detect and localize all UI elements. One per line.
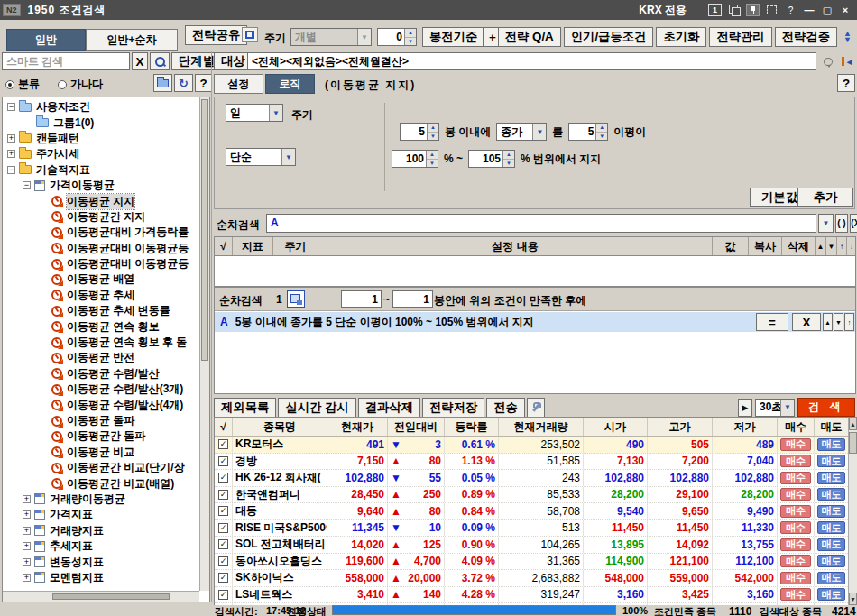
- tree-item[interactable]: 이동평균 돌파: [4, 413, 198, 428]
- cycle-select[interactable]: 개별▼: [290, 28, 372, 46]
- tree-item[interactable]: +추세지표: [4, 538, 198, 554]
- spin-down-icon[interactable]: ▼: [503, 160, 514, 168]
- buy-button[interactable]: 매수: [780, 572, 811, 584]
- sell-button[interactable]: 매도: [817, 572, 845, 584]
- buy-button[interactable]: 매수: [780, 438, 811, 451]
- remove-parentheses-button[interactable]: (X): [850, 214, 857, 233]
- results-row[interactable]: ✓HK 26-12 회사채(102,880▼550.05 %243102,880…: [215, 470, 848, 487]
- sell-button[interactable]: 매도: [817, 521, 845, 534]
- scroll-up-icon[interactable]: ▲: [849, 418, 857, 430]
- from-bars-input[interactable]: 1: [341, 290, 382, 308]
- sell-button[interactable]: 매도: [817, 472, 845, 484]
- buy-button[interactable]: 매수: [780, 505, 811, 518]
- to-bars-input[interactable]: 1: [392, 290, 433, 308]
- spin-up-icon[interactable]: ▲: [405, 29, 416, 38]
- send-button[interactable]: 전송: [486, 398, 525, 418]
- tab-general[interactable]: 일반: [6, 29, 86, 51]
- tree-help-button[interactable]: ?: [195, 74, 212, 92]
- tree-item[interactable]: +거래량이동평균: [4, 492, 198, 507]
- ma-stepper[interactable]: 5▲▼: [568, 123, 608, 141]
- row-checkbox[interactable]: ✓: [215, 554, 233, 570]
- scrollbar-thumb[interactable]: [201, 99, 208, 361]
- buy-button[interactable]: 매수: [780, 588, 811, 601]
- tree-item[interactable]: 이동평균 수렴/발산: [4, 366, 198, 382]
- tree-item[interactable]: +거래량지표: [4, 523, 198, 538]
- tree-item[interactable]: 이동평균 연속 횡보: [4, 318, 198, 334]
- tree-item[interactable]: 이동평균간 돌파: [4, 428, 198, 444]
- tree-expander-icon[interactable]: −: [7, 103, 15, 111]
- spin-up-icon[interactable]: ▲: [503, 151, 514, 160]
- tab-logic[interactable]: 로직: [265, 74, 315, 94]
- reset-button[interactable]: 초기화: [656, 27, 706, 47]
- results-header-cell[interactable]: 매도: [815, 418, 849, 436]
- save-strategy-button[interactable]: 전략저장: [422, 398, 484, 418]
- row-checkbox[interactable]: ✓: [215, 537, 233, 553]
- tree-item[interactable]: 이동평균대비 이동평균등: [4, 256, 198, 271]
- results-header-cell[interactable]: 저가: [713, 418, 778, 436]
- sell-button[interactable]: 매도: [817, 538, 845, 551]
- dock-left-icon[interactable]: ◄: [840, 52, 855, 70]
- add-condition-button[interactable]: 추가: [797, 188, 853, 207]
- arrow-up-icon[interactable]: ↑: [844, 313, 854, 331]
- expression-dropdown-button[interactable]: ▼: [818, 214, 834, 233]
- exclude-list-button[interactable]: 제외목록: [214, 398, 276, 418]
- alphabetical-radio[interactable]: 가나다: [58, 77, 103, 92]
- open-folder-button[interactable]: [153, 74, 172, 92]
- indicator-header-cell[interactable]: ▼: [826, 237, 837, 255]
- spin-down-icon[interactable]: ▼: [596, 133, 607, 141]
- spin-down-icon[interactable]: ▼: [428, 133, 438, 141]
- tree-item[interactable]: −가격이동평균: [4, 178, 198, 193]
- tree-horizontal-scrollbar[interactable]: [3, 591, 199, 602]
- tree-item[interactable]: −기술적지표: [4, 162, 198, 178]
- equals-button[interactable]: =: [756, 313, 788, 331]
- bar-offset-stepper[interactable]: 0 ▲▼: [377, 28, 417, 46]
- tree-expander-icon[interactable]: −: [7, 166, 15, 174]
- buy-button[interactable]: 매수: [780, 521, 811, 534]
- move-down-icon[interactable]: ▼: [834, 313, 843, 331]
- strategy-qa-button[interactable]: 전략 Q/A: [498, 27, 561, 47]
- scrollbar-thumb[interactable]: [849, 432, 857, 454]
- sell-button[interactable]: 매도: [817, 488, 845, 501]
- target-field[interactable]: <전체><제외없음><전체월결산>: [247, 52, 816, 70]
- buy-button[interactable]: 매수: [780, 555, 811, 567]
- range-from-stepper[interactable]: 100▲▼: [392, 150, 438, 168]
- sell-button[interactable]: 매도: [817, 555, 845, 567]
- chart-icon[interactable]: [242, 27, 258, 42]
- spin-down-icon[interactable]: ▼: [405, 38, 416, 46]
- parentheses-button[interactable]: ( ): [835, 214, 848, 233]
- results-row[interactable]: ✓동아쏘시오홀딩스119,600▲4,7004.09 %31,365114,90…: [215, 554, 848, 571]
- price-type-select[interactable]: 종가▼: [496, 123, 547, 141]
- results-header-cell[interactable]: 전일대비: [388, 418, 445, 436]
- results-row[interactable]: ✓경방7,150▲801.13 %51,5857,1307,2007,040매수…: [215, 454, 848, 471]
- row-checkbox[interactable]: ✓: [215, 437, 233, 453]
- row-checkbox[interactable]: ✓: [215, 503, 233, 519]
- lookup-icon[interactable]: [820, 53, 836, 69]
- results-header-cell[interactable]: 종목명: [233, 418, 327, 436]
- tree-expander-icon[interactable]: +: [23, 558, 31, 566]
- tab-settings[interactable]: 설정: [214, 74, 263, 94]
- smart-search-input[interactable]: [2, 52, 130, 70]
- results-row[interactable]: ✓한국앤컴퍼니28,450▲2500.89 %85,53328,20029,10…: [215, 487, 848, 504]
- tree-item[interactable]: 이동평균 반전: [4, 350, 198, 365]
- scrollbar-thumb[interactable]: [52, 593, 170, 600]
- tree-item[interactable]: +주가시세: [4, 146, 198, 161]
- results-row[interactable]: ✓대동9,640▲800.84 %58,7089,5409,6509,490매수…: [215, 503, 848, 520]
- tree-item[interactable]: 이동평균 지지: [4, 193, 198, 208]
- tree-item[interactable]: +모멘텀지표: [4, 570, 198, 585]
- panel-help-button[interactable]: ?: [837, 74, 855, 92]
- refresh-button[interactable]: ↻: [174, 74, 193, 92]
- tree-item[interactable]: 이동평균 추세 변동률: [4, 303, 198, 318]
- classify-radio[interactable]: 분류: [5, 77, 40, 92]
- results-row[interactable]: ✓SOL 전고체배터리14,020▲1250.90 %104,26513,895…: [215, 537, 848, 554]
- spin-up-icon[interactable]: ▲: [427, 151, 438, 160]
- tree-item[interactable]: 이동평균 배열: [4, 271, 198, 287]
- interval-select[interactable]: 30초▼: [755, 399, 795, 417]
- results-row[interactable]: ✓RISE 미국S&P500엔11,345▼100.09 %51311,4501…: [215, 520, 848, 538]
- screen-number-icon[interactable]: 1: [708, 4, 722, 16]
- tree-item[interactable]: +변동성지표: [4, 554, 198, 569]
- tree-item[interactable]: +캔들패턴: [4, 131, 198, 146]
- strategy-manage-button[interactable]: 전략관리: [709, 27, 771, 47]
- range-to-stepper[interactable]: 105▲▼: [468, 150, 515, 168]
- results-header-cell[interactable]: 등락률: [445, 418, 499, 436]
- tree-expander-icon[interactable]: +: [7, 150, 15, 158]
